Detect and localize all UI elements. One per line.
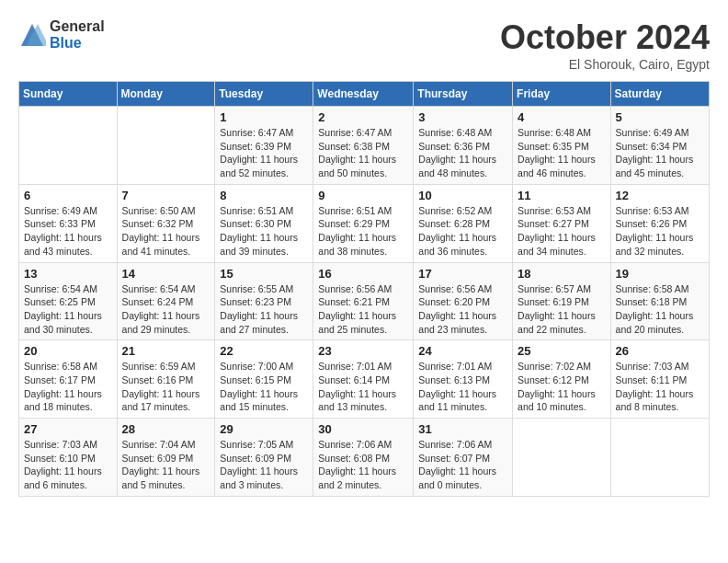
calendar-cell: 17Sunrise: 6:56 AM Sunset: 6:20 PM Dayli…	[414, 262, 513, 340]
calendar-cell: 31Sunrise: 7:06 AM Sunset: 6:07 PM Dayli…	[414, 419, 513, 497]
calendar-cell: 16Sunrise: 6:56 AM Sunset: 6:21 PM Dayli…	[313, 262, 414, 340]
day-info: Sunrise: 6:53 AM Sunset: 6:26 PM Dayligh…	[616, 204, 704, 259]
calendar-week-row: 27Sunrise: 7:03 AM Sunset: 6:10 PM Dayli…	[19, 419, 710, 497]
day-info: Sunrise: 6:50 AM Sunset: 6:32 PM Dayligh…	[122, 204, 210, 259]
day-number: 24	[418, 344, 507, 358]
day-info: Sunrise: 6:49 AM Sunset: 6:33 PM Dayligh…	[24, 204, 112, 259]
calendar-cell: 27Sunrise: 7:03 AM Sunset: 6:10 PM Dayli…	[19, 419, 118, 497]
day-info: Sunrise: 7:02 AM Sunset: 6:12 PM Dayligh…	[518, 360, 606, 414]
day-number: 19	[616, 267, 704, 281]
calendar-cell: 13Sunrise: 6:54 AM Sunset: 6:25 PM Dayli…	[19, 262, 118, 340]
calendar-cell: 15Sunrise: 6:55 AM Sunset: 6:23 PM Dayli…	[215, 262, 313, 340]
day-info: Sunrise: 6:58 AM Sunset: 6:17 PM Dayligh…	[24, 360, 112, 414]
day-info: Sunrise: 7:01 AM Sunset: 6:14 PM Dayligh…	[318, 360, 408, 414]
calendar-cell: 18Sunrise: 6:57 AM Sunset: 6:19 PM Dayli…	[513, 262, 611, 340]
calendar-cell: 10Sunrise: 6:52 AM Sunset: 6:28 PM Dayli…	[414, 184, 513, 262]
day-info: Sunrise: 6:57 AM Sunset: 6:19 PM Dayligh…	[518, 282, 606, 337]
calendar-cell: 22Sunrise: 7:00 AM Sunset: 6:15 PM Dayli…	[215, 340, 313, 419]
calendar-week-row: 6Sunrise: 6:49 AM Sunset: 6:33 PM Daylig…	[19, 184, 710, 262]
day-info: Sunrise: 6:51 AM Sunset: 6:30 PM Dayligh…	[220, 204, 308, 259]
calendar-table: SundayMondayTuesdayWednesdayThursdayFrid…	[18, 81, 710, 497]
calendar-cell: 28Sunrise: 7:04 AM Sunset: 6:09 PM Dayli…	[117, 419, 215, 497]
logo-general: General	[50, 18, 105, 35]
day-number: 4	[518, 110, 606, 124]
logo: General Blue	[18, 18, 105, 51]
day-info: Sunrise: 7:01 AM Sunset: 6:13 PM Dayligh…	[418, 360, 507, 414]
calendar-cell: 1Sunrise: 6:47 AM Sunset: 6:39 PM Daylig…	[215, 107, 313, 185]
day-number: 5	[616, 110, 704, 124]
calendar-cell: 2Sunrise: 6:47 AM Sunset: 6:38 PM Daylig…	[313, 107, 414, 185]
calendar-cell: 5Sunrise: 6:49 AM Sunset: 6:34 PM Daylig…	[610, 107, 709, 185]
day-number: 29	[220, 422, 308, 436]
calendar-week-row: 20Sunrise: 6:58 AM Sunset: 6:17 PM Dayli…	[19, 340, 710, 419]
day-info: Sunrise: 6:56 AM Sunset: 6:20 PM Dayligh…	[418, 282, 507, 337]
day-number: 2	[318, 110, 408, 124]
logo-icon	[18, 21, 46, 49]
page-header: General Blue October 2024 El Shorouk, Ca…	[18, 18, 710, 72]
logo-blue: Blue	[50, 35, 105, 52]
day-number: 7	[122, 189, 210, 202]
calendar-cell: 6Sunrise: 6:49 AM Sunset: 6:33 PM Daylig…	[19, 184, 118, 262]
weekday-header: Saturday	[610, 82, 709, 107]
day-info: Sunrise: 7:04 AM Sunset: 6:09 PM Dayligh…	[122, 438, 210, 492]
calendar-cell	[513, 419, 611, 497]
calendar-cell	[117, 107, 215, 185]
calendar-cell: 12Sunrise: 6:53 AM Sunset: 6:26 PM Dayli…	[610, 184, 709, 262]
calendar-cell: 4Sunrise: 6:48 AM Sunset: 6:35 PM Daylig…	[513, 107, 611, 185]
day-number: 3	[418, 110, 507, 124]
day-info: Sunrise: 7:06 AM Sunset: 6:07 PM Dayligh…	[418, 438, 507, 492]
day-info: Sunrise: 6:47 AM Sunset: 6:38 PM Dayligh…	[318, 126, 408, 180]
calendar-cell	[610, 419, 709, 497]
calendar-week-row: 13Sunrise: 6:54 AM Sunset: 6:25 PM Dayli…	[19, 262, 710, 340]
day-info: Sunrise: 6:51 AM Sunset: 6:29 PM Dayligh…	[318, 204, 408, 259]
day-info: Sunrise: 7:03 AM Sunset: 6:10 PM Dayligh…	[24, 438, 112, 492]
day-info: Sunrise: 6:48 AM Sunset: 6:35 PM Dayligh…	[518, 126, 606, 180]
day-number: 17	[418, 267, 507, 281]
day-number: 13	[24, 267, 112, 281]
weekday-header: Friday	[513, 82, 611, 107]
day-info: Sunrise: 6:56 AM Sunset: 6:21 PM Dayligh…	[318, 282, 408, 337]
weekday-header: Sunday	[19, 82, 118, 107]
day-number: 16	[318, 267, 408, 281]
calendar-cell: 9Sunrise: 6:51 AM Sunset: 6:29 PM Daylig…	[313, 184, 414, 262]
weekday-header: Tuesday	[215, 82, 313, 107]
day-number: 20	[24, 344, 112, 358]
day-info: Sunrise: 6:58 AM Sunset: 6:18 PM Dayligh…	[616, 282, 704, 337]
calendar-cell: 3Sunrise: 6:48 AM Sunset: 6:36 PM Daylig…	[414, 107, 513, 185]
location: El Shorouk, Cairo, Egypt	[500, 57, 710, 72]
calendar-cell: 30Sunrise: 7:06 AM Sunset: 6:08 PM Dayli…	[313, 419, 414, 497]
calendar-cell: 24Sunrise: 7:01 AM Sunset: 6:13 PM Dayli…	[414, 340, 513, 419]
day-info: Sunrise: 6:54 AM Sunset: 6:25 PM Dayligh…	[24, 282, 112, 337]
calendar-cell: 8Sunrise: 6:51 AM Sunset: 6:30 PM Daylig…	[215, 184, 313, 262]
calendar-cell: 21Sunrise: 6:59 AM Sunset: 6:16 PM Dayli…	[117, 340, 215, 419]
day-number: 23	[318, 344, 408, 358]
weekday-header: Monday	[117, 82, 215, 107]
day-number: 9	[318, 189, 408, 202]
day-number: 1	[220, 110, 308, 124]
month-title: October 2024	[500, 18, 710, 57]
day-number: 21	[122, 344, 210, 358]
day-info: Sunrise: 7:03 AM Sunset: 6:11 PM Dayligh…	[616, 360, 704, 414]
calendar-cell: 14Sunrise: 6:54 AM Sunset: 6:24 PM Dayli…	[117, 262, 215, 340]
calendar-cell: 19Sunrise: 6:58 AM Sunset: 6:18 PM Dayli…	[610, 262, 709, 340]
day-number: 28	[122, 422, 210, 436]
calendar-cell: 29Sunrise: 7:05 AM Sunset: 6:09 PM Dayli…	[215, 419, 313, 497]
day-info: Sunrise: 6:52 AM Sunset: 6:28 PM Dayligh…	[418, 204, 507, 259]
day-info: Sunrise: 7:00 AM Sunset: 6:15 PM Dayligh…	[220, 360, 308, 414]
day-number: 27	[24, 422, 112, 436]
day-number: 11	[518, 189, 606, 202]
logo-text: General Blue	[50, 18, 105, 51]
day-number: 15	[220, 267, 308, 281]
day-number: 31	[418, 422, 507, 436]
calendar-cell: 23Sunrise: 7:01 AM Sunset: 6:14 PM Dayli…	[313, 340, 414, 419]
day-info: Sunrise: 6:47 AM Sunset: 6:39 PM Dayligh…	[220, 126, 308, 180]
day-info: Sunrise: 6:48 AM Sunset: 6:36 PM Dayligh…	[418, 126, 507, 180]
calendar-cell	[19, 107, 118, 185]
calendar-week-row: 1Sunrise: 6:47 AM Sunset: 6:39 PM Daylig…	[19, 107, 710, 185]
day-number: 8	[220, 189, 308, 202]
day-info: Sunrise: 6:59 AM Sunset: 6:16 PM Dayligh…	[122, 360, 210, 414]
day-number: 12	[616, 189, 704, 202]
day-number: 26	[616, 344, 704, 358]
day-info: Sunrise: 6:49 AM Sunset: 6:34 PM Dayligh…	[616, 126, 704, 180]
weekday-header: Wednesday	[313, 82, 414, 107]
